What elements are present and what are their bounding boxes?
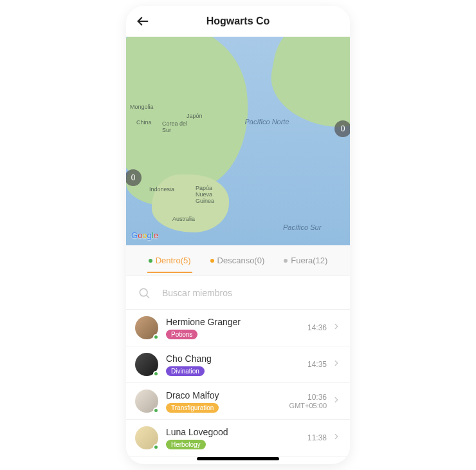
member-info: Draco MalfoyTransfiguration — [166, 390, 289, 413]
member-name: Hermione Granger — [166, 317, 307, 327]
member-row[interactable]: Hermione GrangerPotions14:36 — [126, 310, 350, 346]
search-icon — [138, 287, 151, 299]
map-view[interactable]: Mongolia China Japón Corea del Sur Indon… — [126, 37, 350, 245]
presence-dot-icon — [153, 444, 159, 450]
tab-label: Descanso(0) — [217, 256, 265, 265]
avatar — [135, 390, 158, 413]
member-info: Luna LovegoodHerbology — [166, 427, 307, 449]
subject-chip: Transfiguration — [166, 403, 219, 413]
member-info: Hermione GrangerPotions — [166, 317, 307, 339]
presence-dot-icon — [153, 408, 159, 413]
app-screen: Hogwarts Co Mongolia China Japón Corea d… — [126, 6, 350, 464]
member-row[interactable]: Draco MalfoyTransfiguration10:36GMT+05:0… — [126, 383, 350, 420]
map-ocean-label: Pacífico Sur — [283, 223, 321, 231]
subject-chip: Herbology — [166, 440, 206, 449]
map-ocean-label: Pacífico Norte — [244, 118, 289, 126]
chevron-right-icon — [332, 359, 341, 370]
avatar — [135, 353, 158, 376]
avatar — [135, 316, 158, 339]
search-input[interactable] — [162, 288, 338, 298]
home-indicator — [197, 457, 279, 460]
status-dot-icon — [210, 259, 214, 263]
map-label: Papúa Nueva Guinea — [196, 185, 221, 204]
map-label: Mongolia — [130, 104, 154, 110]
search-bar — [126, 276, 350, 310]
arrow-left-icon — [136, 14, 150, 28]
presence-dot-icon — [153, 334, 159, 340]
subject-chip: Potions — [166, 330, 197, 339]
map-label: Corea del Sur — [162, 120, 188, 133]
status-tabs: Dentro(5) Descanso(0) Fuera(12) — [126, 245, 350, 276]
back-button[interactable] — [134, 12, 152, 30]
member-row[interactable]: Cho ChangDivination14:35 — [126, 346, 350, 383]
avatar — [135, 426, 158, 449]
chevron-right-icon — [332, 395, 341, 407]
map-label: Indonesia — [149, 186, 174, 193]
map-label: China — [136, 119, 152, 126]
header: Hogwarts Co — [126, 6, 350, 37]
svg-line-2 — [147, 295, 149, 297]
tab-descanso[interactable]: Descanso(0) — [209, 248, 266, 273]
tab-dentro[interactable]: Dentro(5) — [147, 248, 192, 273]
chevron-right-icon — [332, 432, 341, 444]
member-name: Luna Lovegood — [166, 427, 307, 437]
member-meta: 10:36GMT+05:00 — [289, 393, 327, 409]
member-name: Draco Malfoy — [166, 390, 289, 400]
member-meta: 14:36 — [307, 323, 327, 332]
member-row[interactable]: Luna LovegoodHerbology11:38 — [126, 420, 350, 456]
member-meta: 14:35 — [307, 360, 327, 369]
chevron-right-icon — [332, 322, 341, 334]
subject-chip: Divination — [166, 366, 205, 376]
member-list[interactable]: Hermione GrangerPotions14:36Cho ChangDiv… — [126, 310, 350, 456]
tab-fuera[interactable]: Fuera(12) — [282, 248, 329, 273]
status-dot-icon — [149, 259, 152, 263]
tab-label: Fuera(12) — [291, 256, 327, 265]
member-meta: 11:38 — [307, 433, 327, 442]
member-time: 10:36 — [289, 393, 327, 402]
map-label: Japón — [187, 113, 203, 119]
tab-label: Dentro(5) — [156, 256, 191, 265]
map-badge-right[interactable]: 0 — [334, 120, 350, 137]
status-dot-icon — [284, 259, 288, 263]
member-time: 14:35 — [307, 360, 327, 369]
google-logo: Google — [131, 230, 158, 240]
page-title: Hogwarts Co — [206, 15, 270, 27]
member-time: 14:36 — [307, 323, 327, 332]
map-label: Australia — [172, 216, 195, 222]
member-timezone: GMT+05:00 — [289, 402, 327, 409]
member-time: 11:38 — [307, 433, 327, 442]
presence-dot-icon — [153, 371, 159, 377]
member-info: Cho ChangDivination — [166, 353, 307, 376]
member-name: Cho Chang — [166, 353, 307, 364]
